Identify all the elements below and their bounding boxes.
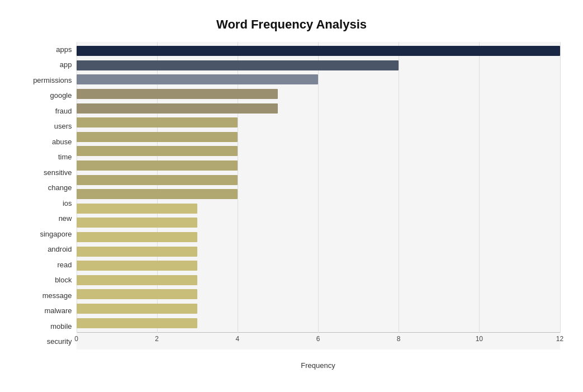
x-axis: Frequency 024681012 <box>77 333 560 350</box>
bar-row <box>77 102 560 115</box>
x-tick-label: 12 <box>556 335 563 343</box>
bar-row <box>77 317 560 329</box>
y-label: new <box>59 212 72 225</box>
bar <box>77 89 278 99</box>
bar-row <box>77 274 560 286</box>
chart-title: Word Frequency Analysis <box>23 17 560 32</box>
x-tick-label: 8 <box>397 335 401 343</box>
y-label: sensitive <box>44 166 72 178</box>
bar <box>77 261 197 271</box>
x-tick-label: 2 <box>155 335 159 343</box>
bar-row <box>77 231 560 243</box>
y-label: read <box>57 258 72 271</box>
bar-row <box>77 73 560 86</box>
grid-line <box>560 42 561 333</box>
y-label: time <box>58 151 72 163</box>
chart-area: appsapppermissionsgooglefraudusersabuset… <box>23 42 560 350</box>
x-tick-label: 4 <box>235 335 239 343</box>
bar-row <box>77 59 560 72</box>
bar <box>77 74 319 84</box>
x-tick-label: 0 <box>74 335 78 343</box>
bar-row <box>77 259 560 272</box>
bar <box>77 132 238 142</box>
x-tick-label: 6 <box>316 335 320 343</box>
y-label: fraud <box>55 105 72 117</box>
bar-row <box>77 188 560 200</box>
bar-row <box>77 288 560 300</box>
bar <box>77 46 560 56</box>
y-axis: appsapppermissionsgooglefraudusersabuset… <box>23 42 77 350</box>
bar-row <box>77 174 560 186</box>
x-axis-label: Frequency <box>77 361 560 370</box>
chart-container: Word Frequency Analysis appsapppermissio… <box>12 6 571 386</box>
plot-area: Frequency 024681012 <box>77 42 560 350</box>
bar-row <box>77 45 560 57</box>
y-label: block <box>55 274 72 286</box>
y-label: message <box>42 289 72 301</box>
bar-row <box>77 216 560 229</box>
bar <box>77 175 238 185</box>
bars-container <box>77 42 560 333</box>
y-label: security <box>47 336 72 348</box>
bar <box>77 289 197 299</box>
y-label: mobile <box>50 320 72 332</box>
bar <box>77 275 197 285</box>
y-label: ios <box>63 197 72 209</box>
bar <box>77 318 197 328</box>
bar-row <box>77 159 560 172</box>
y-label: abuse <box>52 135 72 148</box>
y-label: change <box>48 182 72 194</box>
bar <box>77 160 238 171</box>
y-label: android <box>48 243 72 256</box>
bar <box>77 247 197 257</box>
bar-row <box>77 88 560 100</box>
y-label: singapore <box>40 228 72 240</box>
bar-row <box>77 202 560 215</box>
y-label: google <box>50 89 72 102</box>
bar-row <box>77 245 560 258</box>
bar <box>77 232 197 242</box>
bar <box>77 218 197 228</box>
bar-row <box>77 131 560 143</box>
bar <box>77 60 399 70</box>
bar <box>77 103 278 114</box>
bar-row <box>77 303 560 315</box>
y-label: malware <box>44 305 72 317</box>
bar <box>77 204 197 214</box>
y-label: users <box>54 120 72 133</box>
y-label: permissions <box>33 74 72 86</box>
y-label: apps <box>56 43 72 55</box>
bar <box>77 189 238 199</box>
x-tick-label: 10 <box>476 335 483 343</box>
y-label: app <box>60 59 72 71</box>
bar-row <box>77 145 560 157</box>
bar <box>77 117 238 127</box>
bar <box>77 304 197 314</box>
bar <box>77 146 238 156</box>
bar-row <box>77 116 560 129</box>
